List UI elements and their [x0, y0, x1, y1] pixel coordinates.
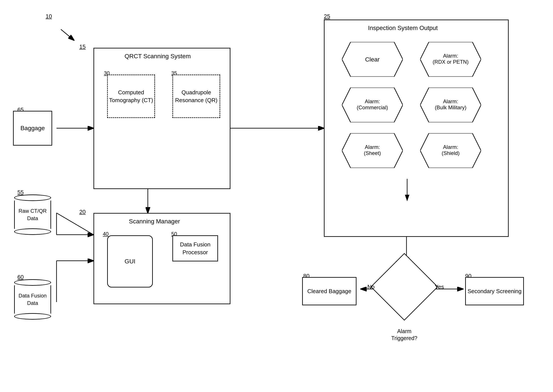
- svg-text:(Shield): (Shield): [442, 150, 460, 156]
- cleared-baggage-box: Cleared Baggage: [302, 277, 356, 305]
- svg-line-5: [57, 213, 93, 235]
- alarm-commercial-hex-container: Alarm: (Commercial): [342, 88, 403, 124]
- ct-label: Computed Tomography (CT): [108, 88, 154, 104]
- secondary-screening-box: Secondary Screening: [465, 277, 524, 305]
- svg-text:Alarm:: Alarm:: [443, 144, 458, 150]
- inspection-output-title: Inspection System Output: [368, 25, 438, 32]
- qrct-title: QRCT Scanning System: [125, 53, 191, 60]
- data-fusion-processor-box: Data Fusion Processor: [172, 235, 218, 261]
- data-fusion-cylinder: Data Fusion Data: [14, 279, 51, 320]
- diagram: 10 15 QRCT Scanning System 30 Computed T…: [0, 0, 553, 392]
- svg-text:(Commercial): (Commercial): [357, 105, 388, 110]
- alarm-bulk-hex-container: Alarm: (Bulk Military): [420, 88, 481, 124]
- diamond-container: Alarm Triggered?: [380, 263, 428, 311]
- raw-ct-cylinder: Raw CT/QR Data: [14, 195, 51, 235]
- ref-10-label: 10: [46, 13, 52, 20]
- secondary-screening-label: Secondary Screening: [468, 288, 522, 295]
- diamond-text: Alarm Triggered?: [380, 311, 428, 358]
- alarm-rdx-hex-container: Alarm: (RDX or PETN): [420, 42, 481, 78]
- diamond: [370, 253, 438, 321]
- qr-box: Quadrupole Resonance (QR): [172, 75, 220, 118]
- scanning-manager-title: Scanning Manager: [129, 218, 180, 225]
- yes-label: Yes: [435, 284, 444, 290]
- ref-40-label: 40: [103, 231, 109, 237]
- clear-hex-container: Clear: [342, 42, 403, 78]
- svg-text:(Sheet): (Sheet): [364, 150, 381, 156]
- ref-25-label: 25: [324, 13, 330, 20]
- svg-text:Alarm:: Alarm:: [443, 53, 458, 59]
- svg-text:Alarm:: Alarm:: [443, 98, 458, 104]
- no-label: No: [367, 284, 375, 290]
- svg-text:Clear: Clear: [365, 56, 380, 63]
- qr-label: Quadrupole Resonance (QR): [173, 88, 220, 104]
- data-fusion-data-label: Data Fusion Data: [15, 292, 50, 307]
- gui-box: GUI: [107, 235, 153, 287]
- ct-box: Computed Tomography (CT): [107, 75, 155, 118]
- raw-ct-label: Raw CT/QR Data: [15, 207, 50, 222]
- baggage-label: Baggage: [21, 125, 45, 132]
- qrct-system-box: QRCT Scanning System 30 Computed Tomogra…: [93, 48, 230, 189]
- gui-label: GUI: [125, 258, 135, 265]
- svg-text:Alarm:: Alarm:: [365, 144, 380, 150]
- ref-20-label: 20: [79, 209, 86, 215]
- inspection-output-box: Inspection System Output Clear Alarm: (R…: [324, 20, 509, 237]
- svg-text:(RDX or PETN): (RDX or PETN): [432, 59, 468, 65]
- alarm-shield-hex-container: Alarm: (Shield): [420, 133, 481, 169]
- alarm-sheet-hex-container: Alarm: (Sheet): [342, 133, 403, 169]
- cleared-baggage-label: Cleared Baggage: [307, 288, 351, 295]
- svg-line-1: [61, 29, 74, 40]
- svg-text:(Bulk Military): (Bulk Military): [435, 105, 466, 110]
- baggage-box: Baggage: [13, 111, 52, 146]
- ref-15-label: 15: [79, 43, 86, 50]
- scanning-manager-box: Scanning Manager 40 GUI 50 Data Fusion P…: [93, 213, 230, 304]
- alarm-triggered-label: Alarm Triggered?: [387, 328, 422, 342]
- data-fusion-processor-label: Data Fusion Processor: [173, 241, 217, 256]
- svg-text:Alarm:: Alarm:: [365, 98, 380, 104]
